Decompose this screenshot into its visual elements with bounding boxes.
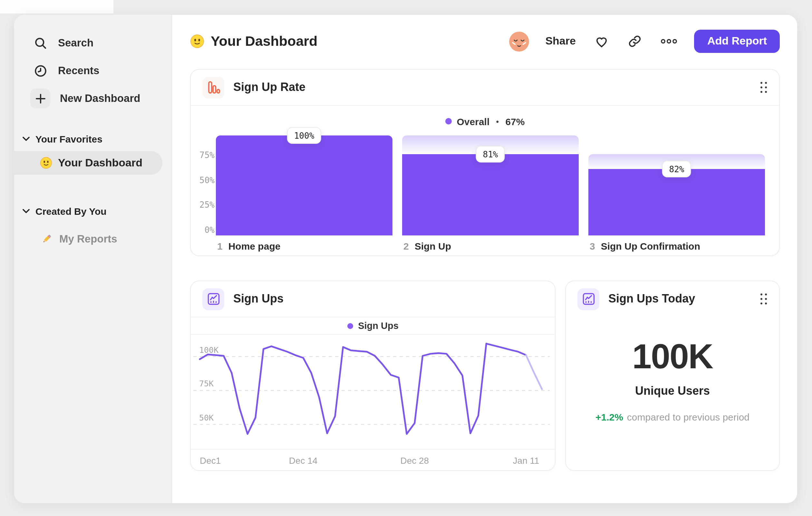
page-header: Your Dashboard Share: [190, 26, 780, 56]
line-x-axis: Dec1Dec 14Dec 28Jan 11: [191, 450, 555, 473]
funnel-y-tick: 75%: [199, 150, 214, 160]
sidebar-item-label: Your Dashboard: [58, 156, 142, 169]
background-window-edge: [0, 0, 113, 13]
funnel-y-tick: 0%: [205, 225, 214, 235]
app-window: Search Recents New Dashboard: [14, 15, 797, 503]
sidebar-item-label: My Reports: [59, 233, 117, 245]
funnel-bar: [216, 135, 393, 236]
avatar[interactable]: [509, 31, 529, 51]
line-x-tick: Dec1: [200, 455, 221, 466]
chevron-down-icon: [23, 136, 30, 141]
card-title: Sign Ups: [233, 292, 284, 306]
add-report-button[interactable]: Add Report: [694, 30, 780, 53]
sidebar-item-label: Recents: [58, 64, 99, 77]
page-title: Your Dashboard: [190, 33, 317, 49]
chevron-down-icon: [23, 209, 30, 213]
sign-ups-line-chart[interactable]: 100K75K50K: [191, 335, 555, 450]
funnel-chart-icon: [202, 76, 224, 98]
funnel-bar: [588, 169, 765, 236]
funnel-value-badge: 82%: [662, 161, 692, 178]
funnel-y-axis: 75%50%25%0%: [195, 135, 216, 236]
favorite-heart-icon[interactable]: [594, 34, 609, 49]
kpi-value: 100K: [566, 336, 779, 376]
legend-dot: [347, 323, 353, 329]
sign-up-rate-card: Sign Up Rate Overall • 67% 75%50%25%0%: [190, 69, 780, 256]
smiley-emoji: [40, 157, 52, 169]
drag-handle-icon[interactable]: [760, 82, 767, 93]
plus-icon: [30, 88, 50, 108]
pencil-emoji: [40, 232, 54, 245]
line-x-tick: Dec 28: [400, 455, 429, 466]
sign-ups-card-header: Sign Ups: [191, 281, 555, 317]
funnel-step-sign-up[interactable]: 81% 2 Sign Up: [402, 135, 579, 236]
copy-link-icon[interactable]: [628, 34, 642, 48]
line-legend: Sign Ups: [191, 317, 555, 335]
sidebar-item-label: Search: [58, 37, 93, 49]
kpi-delta: +1.2%compared to previous period: [566, 411, 779, 423]
sidebar: Search Recents New Dashboard: [14, 15, 172, 503]
funnel-legend: Overall • 67%: [191, 107, 779, 135]
sign-ups-today-card-header: Sign Ups Today: [566, 281, 779, 317]
funnel-bars: 100% 1 Home page 81% 2: [216, 135, 765, 236]
main-content: Your Dashboard Share: [172, 15, 797, 503]
search-icon: [33, 35, 48, 51]
funnel-chart: 75%50%25%0% 100% 1 Home page: [191, 135, 779, 236]
funnel-step-label: 2 Sign Up: [403, 241, 451, 251]
funnel-y-tick: 25%: [199, 200, 214, 210]
drag-handle-icon[interactable]: [760, 293, 767, 305]
section-created-by-you[interactable]: Created By You: [14, 203, 171, 219]
card-title: Sign Ups Today: [608, 292, 695, 306]
smiley-emoji: [190, 34, 204, 48]
line-y-tick: 100K: [199, 345, 219, 354]
card-title: Sign Up Rate: [233, 81, 306, 94]
legend-value: 67%: [505, 116, 525, 127]
line-chart-icon: [202, 288, 224, 310]
sidebar-item-my-reports[interactable]: My Reports: [14, 232, 171, 245]
sign-up-rate-card-header: Sign Up Rate: [191, 70, 779, 106]
funnel-value-badge: 100%: [287, 127, 322, 144]
clock-icon: [33, 63, 48, 78]
sidebar-item-your-dashboard-selected[interactable]: Your Dashboard: [14, 151, 163, 175]
funnel-step-sign-up-confirmation[interactable]: 82% 3 Sign Up Confirmation: [588, 135, 765, 236]
sidebar-item-recents[interactable]: Recents: [14, 57, 171, 84]
line-y-tick: 75K: [199, 379, 214, 389]
funnel-bar: [402, 155, 579, 236]
sign-ups-today-card: Sign Ups Today 100K Unique Users +1.2%co…: [565, 280, 780, 471]
sidebar-item-new-dashboard[interactable]: New Dashboard: [14, 84, 171, 112]
line-x-tick: Dec 14: [289, 455, 318, 466]
funnel-step-home-page[interactable]: 100% 1 Home page: [216, 135, 393, 236]
more-options-icon[interactable]: [661, 38, 678, 45]
funnel-y-tick: 50%: [199, 175, 214, 185]
funnel-step-label: 1 Home page: [217, 241, 280, 251]
kpi-subtitle: Unique Users: [566, 384, 779, 398]
line-y-tick: 50K: [199, 413, 214, 423]
funnel-value-badge: 81%: [476, 146, 505, 163]
line-chart-icon: [577, 288, 599, 310]
sidebar-item-search[interactable]: Search: [14, 29, 171, 57]
line-x-tick: Jan 11: [513, 455, 540, 466]
sidebar-item-label: New Dashboard: [60, 92, 140, 105]
screen: Search Recents New Dashboard: [0, 0, 812, 516]
share-button[interactable]: Share: [545, 35, 576, 48]
funnel-step-label: 3 Sign Up Confirmation: [590, 241, 700, 251]
header-actions: Share: [509, 30, 780, 53]
legend-dot: [445, 118, 452, 125]
sign-ups-card: Sign Ups Sign Ups 100K75K50K Dec1Dec 14D…: [190, 280, 555, 471]
section-your-favorites[interactable]: Your Favorites: [14, 131, 171, 146]
